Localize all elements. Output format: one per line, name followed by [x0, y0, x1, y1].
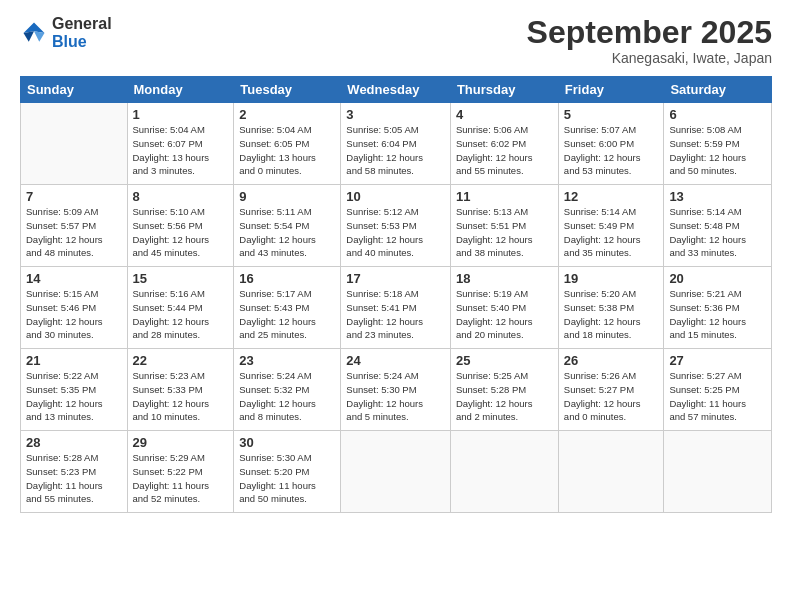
col-monday: Monday	[127, 77, 234, 103]
day-info: Sunrise: 5:30 AM Sunset: 5:20 PM Dayligh…	[239, 451, 335, 506]
location: Kanegasaki, Iwate, Japan	[527, 50, 772, 66]
day-cell: 15Sunrise: 5:16 AM Sunset: 5:44 PM Dayli…	[127, 267, 234, 349]
day-cell	[450, 431, 558, 513]
day-info: Sunrise: 5:15 AM Sunset: 5:46 PM Dayligh…	[26, 287, 122, 342]
col-thursday: Thursday	[450, 77, 558, 103]
day-number: 29	[133, 435, 229, 450]
day-info: Sunrise: 5:05 AM Sunset: 6:04 PM Dayligh…	[346, 123, 445, 178]
day-cell: 13Sunrise: 5:14 AM Sunset: 5:48 PM Dayli…	[664, 185, 772, 267]
day-info: Sunrise: 5:07 AM Sunset: 6:00 PM Dayligh…	[564, 123, 659, 178]
day-cell: 21Sunrise: 5:22 AM Sunset: 5:35 PM Dayli…	[21, 349, 128, 431]
day-info: Sunrise: 5:24 AM Sunset: 5:32 PM Dayligh…	[239, 369, 335, 424]
day-number: 13	[669, 189, 766, 204]
day-number: 1	[133, 107, 229, 122]
day-cell: 20Sunrise: 5:21 AM Sunset: 5:36 PM Dayli…	[664, 267, 772, 349]
logo-text: General Blue	[52, 15, 112, 52]
day-cell	[558, 431, 664, 513]
day-cell: 18Sunrise: 5:19 AM Sunset: 5:40 PM Dayli…	[450, 267, 558, 349]
day-info: Sunrise: 5:20 AM Sunset: 5:38 PM Dayligh…	[564, 287, 659, 342]
day-cell: 7Sunrise: 5:09 AM Sunset: 5:57 PM Daylig…	[21, 185, 128, 267]
col-tuesday: Tuesday	[234, 77, 341, 103]
week-row-3: 21Sunrise: 5:22 AM Sunset: 5:35 PM Dayli…	[21, 349, 772, 431]
day-info: Sunrise: 5:19 AM Sunset: 5:40 PM Dayligh…	[456, 287, 553, 342]
day-number: 9	[239, 189, 335, 204]
day-cell	[341, 431, 451, 513]
calendar: Sunday Monday Tuesday Wednesday Thursday…	[20, 76, 772, 513]
month-title: September 2025	[527, 15, 772, 50]
day-info: Sunrise: 5:18 AM Sunset: 5:41 PM Dayligh…	[346, 287, 445, 342]
day-cell: 8Sunrise: 5:10 AM Sunset: 5:56 PM Daylig…	[127, 185, 234, 267]
day-cell: 3Sunrise: 5:05 AM Sunset: 6:04 PM Daylig…	[341, 103, 451, 185]
day-info: Sunrise: 5:23 AM Sunset: 5:33 PM Dayligh…	[133, 369, 229, 424]
day-info: Sunrise: 5:14 AM Sunset: 5:49 PM Dayligh…	[564, 205, 659, 260]
day-number: 6	[669, 107, 766, 122]
day-number: 16	[239, 271, 335, 286]
logo: General Blue	[20, 15, 112, 52]
col-saturday: Saturday	[664, 77, 772, 103]
day-cell: 23Sunrise: 5:24 AM Sunset: 5:32 PM Dayli…	[234, 349, 341, 431]
day-number: 22	[133, 353, 229, 368]
day-info: Sunrise: 5:29 AM Sunset: 5:22 PM Dayligh…	[133, 451, 229, 506]
day-cell: 17Sunrise: 5:18 AM Sunset: 5:41 PM Dayli…	[341, 267, 451, 349]
day-cell: 27Sunrise: 5:27 AM Sunset: 5:25 PM Dayli…	[664, 349, 772, 431]
week-row-0: 1Sunrise: 5:04 AM Sunset: 6:07 PM Daylig…	[21, 103, 772, 185]
day-number: 3	[346, 107, 445, 122]
day-cell: 2Sunrise: 5:04 AM Sunset: 6:05 PM Daylig…	[234, 103, 341, 185]
day-number: 19	[564, 271, 659, 286]
week-row-1: 7Sunrise: 5:09 AM Sunset: 5:57 PM Daylig…	[21, 185, 772, 267]
svg-marker-1	[34, 32, 45, 43]
day-cell: 14Sunrise: 5:15 AM Sunset: 5:46 PM Dayli…	[21, 267, 128, 349]
week-row-2: 14Sunrise: 5:15 AM Sunset: 5:46 PM Dayli…	[21, 267, 772, 349]
col-wednesday: Wednesday	[341, 77, 451, 103]
day-number: 8	[133, 189, 229, 204]
day-info: Sunrise: 5:16 AM Sunset: 5:44 PM Dayligh…	[133, 287, 229, 342]
day-cell: 9Sunrise: 5:11 AM Sunset: 5:54 PM Daylig…	[234, 185, 341, 267]
day-cell: 29Sunrise: 5:29 AM Sunset: 5:22 PM Dayli…	[127, 431, 234, 513]
day-info: Sunrise: 5:04 AM Sunset: 6:05 PM Dayligh…	[239, 123, 335, 178]
day-cell: 11Sunrise: 5:13 AM Sunset: 5:51 PM Dayli…	[450, 185, 558, 267]
day-info: Sunrise: 5:25 AM Sunset: 5:28 PM Dayligh…	[456, 369, 553, 424]
day-number: 5	[564, 107, 659, 122]
day-info: Sunrise: 5:22 AM Sunset: 5:35 PM Dayligh…	[26, 369, 122, 424]
day-cell: 24Sunrise: 5:24 AM Sunset: 5:30 PM Dayli…	[341, 349, 451, 431]
day-number: 4	[456, 107, 553, 122]
day-cell: 19Sunrise: 5:20 AM Sunset: 5:38 PM Dayli…	[558, 267, 664, 349]
day-cell: 1Sunrise: 5:04 AM Sunset: 6:07 PM Daylig…	[127, 103, 234, 185]
day-info: Sunrise: 5:28 AM Sunset: 5:23 PM Dayligh…	[26, 451, 122, 506]
day-number: 24	[346, 353, 445, 368]
day-number: 14	[26, 271, 122, 286]
day-number: 12	[564, 189, 659, 204]
svg-marker-2	[24, 32, 35, 43]
day-number: 15	[133, 271, 229, 286]
day-cell: 22Sunrise: 5:23 AM Sunset: 5:33 PM Dayli…	[127, 349, 234, 431]
day-cell: 5Sunrise: 5:07 AM Sunset: 6:00 PM Daylig…	[558, 103, 664, 185]
day-number: 2	[239, 107, 335, 122]
day-number: 7	[26, 189, 122, 204]
day-info: Sunrise: 5:14 AM Sunset: 5:48 PM Dayligh…	[669, 205, 766, 260]
day-info: Sunrise: 5:10 AM Sunset: 5:56 PM Dayligh…	[133, 205, 229, 260]
day-number: 17	[346, 271, 445, 286]
day-info: Sunrise: 5:09 AM Sunset: 5:57 PM Dayligh…	[26, 205, 122, 260]
day-info: Sunrise: 5:17 AM Sunset: 5:43 PM Dayligh…	[239, 287, 335, 342]
day-cell: 25Sunrise: 5:25 AM Sunset: 5:28 PM Dayli…	[450, 349, 558, 431]
day-number: 27	[669, 353, 766, 368]
day-info: Sunrise: 5:27 AM Sunset: 5:25 PM Dayligh…	[669, 369, 766, 424]
day-number: 28	[26, 435, 122, 450]
day-number: 20	[669, 271, 766, 286]
day-cell: 10Sunrise: 5:12 AM Sunset: 5:53 PM Dayli…	[341, 185, 451, 267]
day-cell	[21, 103, 128, 185]
day-cell: 12Sunrise: 5:14 AM Sunset: 5:49 PM Dayli…	[558, 185, 664, 267]
day-cell: 26Sunrise: 5:26 AM Sunset: 5:27 PM Dayli…	[558, 349, 664, 431]
day-info: Sunrise: 5:04 AM Sunset: 6:07 PM Dayligh…	[133, 123, 229, 178]
day-info: Sunrise: 5:06 AM Sunset: 6:02 PM Dayligh…	[456, 123, 553, 178]
col-friday: Friday	[558, 77, 664, 103]
title-block: September 2025 Kanegasaki, Iwate, Japan	[527, 15, 772, 66]
day-info: Sunrise: 5:24 AM Sunset: 5:30 PM Dayligh…	[346, 369, 445, 424]
day-info: Sunrise: 5:26 AM Sunset: 5:27 PM Dayligh…	[564, 369, 659, 424]
day-number: 23	[239, 353, 335, 368]
page: General Blue September 2025 Kanegasaki, …	[0, 0, 792, 612]
header: General Blue September 2025 Kanegasaki, …	[20, 15, 772, 66]
day-number: 18	[456, 271, 553, 286]
header-row: Sunday Monday Tuesday Wednesday Thursday…	[21, 77, 772, 103]
day-cell: 28Sunrise: 5:28 AM Sunset: 5:23 PM Dayli…	[21, 431, 128, 513]
